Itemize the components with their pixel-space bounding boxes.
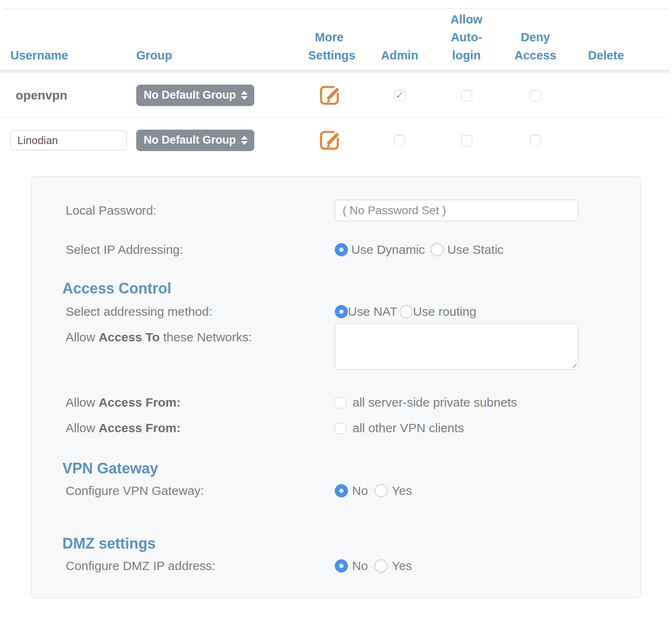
radio-selected-icon	[335, 484, 348, 497]
radio-use-routing[interactable]: Use routing	[400, 305, 476, 319]
radio-vpn-gateway-yes[interactable]: Yes	[374, 484, 412, 498]
username-input[interactable]	[10, 130, 127, 150]
access-to-label: Allow Access To these Networks:	[66, 330, 335, 344]
table-header-row: Username Group More Settings Admin Allow…	[0, 9, 672, 70]
column-header-admin: Admin	[367, 47, 432, 65]
column-header-allow-autologin: Allow Auto-login	[432, 11, 501, 65]
column-header-username: Username	[10, 47, 136, 65]
ip-addressing-label: Select IP Addressing:	[66, 243, 335, 257]
access-to-networks-textarea[interactable]	[335, 324, 578, 370]
access-from-private-subnets-label: all server-side private subnets	[353, 395, 517, 409]
radio-unselected-icon	[431, 243, 444, 256]
access-from-label: Allow Access From:	[66, 421, 335, 435]
more-settings-button-openvpn[interactable]	[317, 83, 341, 107]
group-select-value: No Default Group	[144, 134, 236, 147]
header-divider	[0, 70, 670, 73]
access-from-row-2: Allow Access From: all other VPN clients	[66, 421, 608, 435]
radio-vpn-gateway-no[interactable]: No	[335, 484, 368, 498]
allow-autologin-checkbox-new-user[interactable]	[461, 135, 472, 146]
admin-checkbox-openvpn[interactable]: ✓	[394, 90, 405, 101]
deny-access-checkbox-new-user[interactable]	[530, 135, 541, 146]
check-icon: ✓	[395, 90, 404, 101]
access-from-vpn-clients-checkbox[interactable]	[335, 423, 346, 434]
radio-dmz-yes[interactable]: Yes	[374, 559, 412, 573]
access-from-label: Allow Access From:	[66, 395, 335, 409]
column-header-delete: Delete	[570, 47, 642, 65]
radio-use-nat[interactable]: Use NAT	[335, 305, 397, 319]
edit-icon	[317, 128, 341, 152]
radio-use-static[interactable]: Use Static	[431, 243, 504, 257]
select-arrows-icon	[241, 91, 248, 100]
table-row-new-user: No Default Group	[0, 118, 672, 163]
radio-unselected-icon	[374, 559, 388, 573]
local-password-input[interactable]	[335, 200, 578, 221]
access-from-private-subnets-checkbox[interactable]	[335, 397, 346, 408]
radio-unselected-icon	[400, 305, 413, 318]
radio-selected-icon	[335, 559, 348, 573]
configure-dmz-label: Configure DMZ IP address:	[66, 559, 335, 573]
column-header-deny-access: Deny Access	[501, 28, 570, 64]
user-permissions-table: Username Group More Settings Admin Allow…	[0, 9, 672, 163]
vpn-gateway-heading: VPN Gateway	[62, 460, 608, 477]
column-header-more-settings: More Settings	[291, 28, 367, 64]
radio-unselected-icon	[374, 484, 388, 497]
local-password-label: Local Password:	[66, 204, 335, 218]
admin-checkbox-new-user[interactable]	[394, 135, 405, 146]
dmz-settings-heading: DMZ settings	[62, 535, 608, 552]
radio-dmz-no[interactable]: No	[335, 559, 368, 573]
edit-icon	[317, 83, 341, 107]
radio-use-dynamic[interactable]: Use Dynamic	[335, 243, 425, 257]
allow-autologin-checkbox-openvpn[interactable]	[461, 90, 472, 101]
configure-dmz-row: Configure DMZ IP address: No Yes	[66, 559, 608, 573]
username-label-openvpn: openvpn	[10, 88, 136, 102]
group-select-openvpn[interactable]: No Default Group	[136, 85, 254, 106]
group-select-value: No Default Group	[144, 89, 236, 102]
access-to-row: Allow Access To these Networks:	[66, 330, 608, 370]
local-password-row: Local Password:	[66, 200, 608, 221]
addressing-method-row: Select addressing method: Use NAT Use ro…	[66, 305, 608, 319]
radio-selected-icon	[335, 305, 348, 318]
access-control-heading: Access Control	[62, 280, 608, 297]
configure-vpn-gateway-row: Configure VPN Gateway: No Yes	[66, 484, 608, 498]
column-header-group: Group	[136, 47, 291, 65]
deny-access-checkbox-openvpn[interactable]	[530, 90, 541, 101]
user-settings-panel: Local Password: Select IP Addressing: Us…	[31, 176, 641, 598]
radio-selected-icon	[335, 243, 348, 256]
addressing-method-label: Select addressing method:	[66, 305, 335, 319]
group-select-new-user[interactable]: No Default Group	[136, 130, 254, 151]
select-arrows-icon	[241, 136, 248, 145]
ip-addressing-row: Select IP Addressing: Use Dynamic Use St…	[66, 243, 608, 257]
configure-vpn-gateway-label: Configure VPN Gateway:	[66, 484, 335, 498]
access-from-vpn-clients-label: all other VPN clients	[353, 421, 464, 435]
more-settings-button-new-user[interactable]	[317, 128, 341, 152]
access-from-row-1: Allow Access From: all server-side priva…	[66, 395, 608, 409]
table-row-openvpn: openvpn No Default Group ✓	[0, 73, 672, 118]
